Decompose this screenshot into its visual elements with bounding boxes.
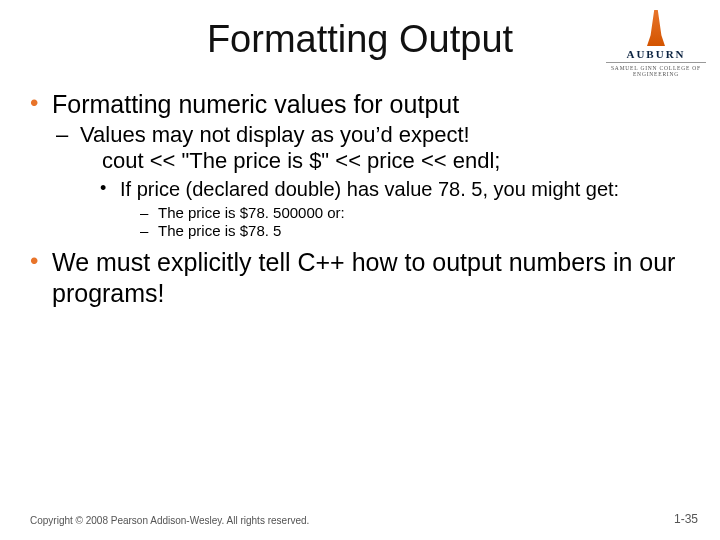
sub-if-price-text: If price (declared double) has value 78.… xyxy=(120,178,619,200)
logo-name: AUBURN xyxy=(606,48,706,60)
sub-if-price: If price (declared double) has value 78.… xyxy=(98,177,692,241)
logo-tower-icon xyxy=(647,10,665,46)
bullet-explicitly-tell: We must explicitly tell C++ how to outpu… xyxy=(28,247,692,308)
page-number: 1-35 xyxy=(674,512,698,526)
bullet-formatting-numeric: Formatting numeric values for output Val… xyxy=(28,89,692,241)
bullet-text: Formatting numeric values for output xyxy=(52,90,459,118)
example-output-1: The price is $78. 500000 or: xyxy=(138,204,692,223)
sub-values-display: Values may not display as you’d expect! … xyxy=(52,122,692,242)
code-line: cout << "The price is $" << price << end… xyxy=(102,148,692,175)
copyright-footer: Copyright © 2008 Pearson Addison-Wesley.… xyxy=(30,515,309,526)
content-list: Formatting numeric values for output Val… xyxy=(28,89,692,308)
example-output-2: The price is $78. 5 xyxy=(138,222,692,241)
logo-subtitle: SAMUEL GINN COLLEGE OF ENGINEERING xyxy=(606,65,706,77)
sub-line1: Values may not display as you’d expect! xyxy=(80,122,470,147)
auburn-logo: AUBURN SAMUEL GINN COLLEGE OF ENGINEERIN… xyxy=(606,10,706,77)
